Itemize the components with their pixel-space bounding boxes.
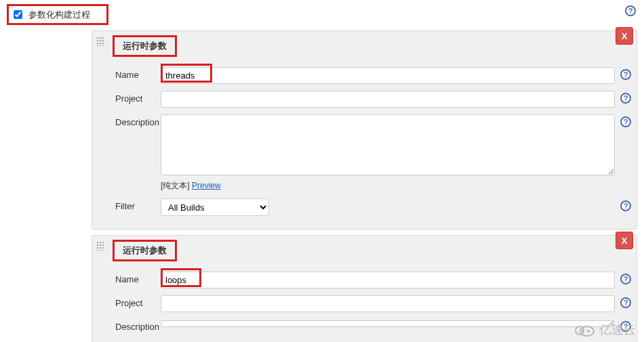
filter-label: Filter	[96, 198, 161, 211]
name-input[interactable]	[161, 272, 615, 288]
description-textarea[interactable]	[161, 114, 615, 175]
delete-button[interactable]: X	[616, 27, 633, 45]
description-label: Description	[96, 319, 161, 332]
help-icon[interactable]: ?	[620, 274, 631, 284]
preview-link[interactable]: Preview	[192, 181, 221, 190]
parametrized-build-label: 参数化构建过程	[28, 9, 90, 21]
help-icon[interactable]: ?	[620, 297, 631, 308]
filter-select[interactable]: All Builds	[161, 198, 269, 216]
project-label: Project	[96, 295, 161, 308]
name-label: Name	[96, 272, 161, 284]
parameter-block: 运行时参数 X Name ? Project ? Description ?	[92, 30, 637, 230]
block-title: 运行时参数	[113, 240, 177, 261]
top-bar: 参数化构建过程 ?	[0, 0, 644, 30]
parameters-area: 运行时参数 X Name ? Project ? Description ?	[92, 30, 637, 342]
parametrized-build-checkbox[interactable]	[14, 10, 22, 19]
plain-text-label: [纯文本]	[161, 181, 190, 190]
description-subtext: [纯文本] Preview	[161, 180, 615, 192]
parameter-block: 运行时参数 X Name ? Project ? Description ?	[92, 235, 637, 342]
delete-button[interactable]: X	[616, 232, 633, 249]
project-label: Project	[96, 91, 161, 104]
help-icon[interactable]: ?	[620, 93, 631, 104]
name-input[interactable]	[161, 67, 615, 84]
description-label: Description	[96, 114, 161, 127]
name-label: Name	[96, 67, 161, 80]
project-input[interactable]	[161, 295, 615, 312]
description-textarea[interactable]	[161, 320, 615, 327]
help-icon[interactable]: ?	[620, 69, 631, 80]
help-icon[interactable]: ?	[620, 321, 631, 332]
help-icon[interactable]: ?	[625, 5, 636, 16]
drag-handle-icon[interactable]	[96, 241, 104, 251]
drag-handle-icon[interactable]	[96, 37, 104, 46]
parametrized-build-checkbox-wrap[interactable]: 参数化构建过程	[7, 4, 108, 25]
help-icon[interactable]: ?	[620, 116, 631, 127]
project-input[interactable]	[161, 91, 615, 108]
block-title: 运行时参数	[113, 35, 177, 57]
help-icon[interactable]: ?	[620, 200, 631, 211]
